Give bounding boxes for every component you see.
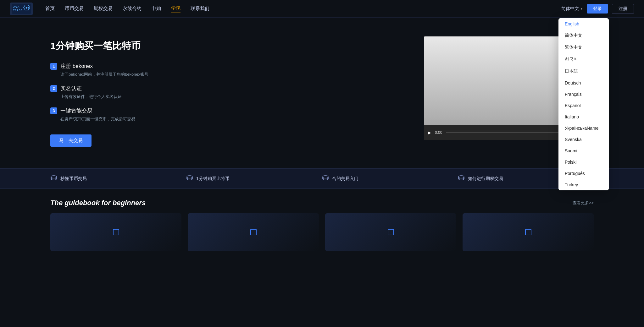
lang-option-polish[interactable]: Polski	[558, 156, 609, 168]
guide-card-2[interactable]	[188, 213, 319, 251]
lang-option-finnish[interactable]: Suomi	[558, 145, 609, 156]
step-3: 3 一键智能交易 在资产/充币页面一键充币，完成后可交易	[50, 107, 405, 122]
hero-left: 1分钟购买一笔比特币 1 注册 bekonex 访问bekonex网站，并注册属…	[50, 36, 424, 147]
step-3-desc: 在资产/充币页面一键充币，完成后可交易	[60, 116, 405, 122]
trade-now-button[interactable]: 马上去交易	[50, 134, 92, 147]
step-2: 2 实名认证 上传有效证件，进行个人实名认证	[50, 85, 405, 100]
lang-option-simplified-chinese[interactable]: 简体中文	[558, 30, 609, 41]
login-button[interactable]: 登录	[587, 4, 608, 14]
lang-option-french[interactable]: Français	[558, 89, 609, 100]
nav-link-ipo[interactable]: 申购	[152, 4, 161, 13]
guide-title: The guidebook for beginners	[50, 199, 146, 207]
register-button[interactable]: 注册	[612, 4, 634, 14]
nav-right: 简体中文 登录 注册 English 简体中文 繁体中文 한국어 日本語 Deu…	[561, 4, 634, 14]
hero-title: 1分钟购买一笔比特币	[50, 40, 405, 52]
card-image-1	[50, 213, 181, 251]
step-2-desc: 上传有效证件，进行个人实名认证	[60, 94, 405, 100]
lang-option-german[interactable]: Deutsch	[558, 77, 609, 89]
svg-point-8	[458, 176, 464, 178]
tab-options-trading-icon	[458, 174, 465, 183]
card-placeholder-2	[250, 229, 257, 235]
logo-image: AVA TRADE ◆◆	[10, 3, 33, 15]
nav-link-perpetual[interactable]: 永续合约	[123, 4, 142, 13]
step-1-desc: 访问bekonex网站，并注册属于您的bekonex账号	[60, 72, 405, 77]
step-3-header: 3 一键智能交易	[50, 107, 405, 114]
tab-coin-trading-icon	[50, 174, 57, 183]
lang-option-spanish[interactable]: Español	[558, 100, 609, 111]
guide-card-1[interactable]	[50, 213, 181, 251]
step-1: 1 注册 bekonex 访问bekonex网站，并注册属于您的bekonex账…	[50, 63, 405, 77]
step-1-title: 注册 bekonex	[60, 63, 93, 70]
tab-coin-trading[interactable]: 秒懂币币交易	[50, 169, 186, 188]
nav-link-options[interactable]: 期权交易	[94, 4, 113, 13]
svg-text:AVA: AVA	[13, 5, 20, 8]
guide-cards	[50, 213, 594, 251]
step-3-title: 一键智能交易	[60, 107, 92, 114]
tab-coin-trading-label: 秒懂币币交易	[60, 176, 87, 182]
tab-contract-trading-label: 合约交易入门	[332, 176, 358, 182]
logo[interactable]: AVA TRADE ◆◆	[10, 3, 33, 15]
lang-option-portuguese[interactable]: Português	[558, 168, 609, 179]
step-2-title: 实名认证	[60, 85, 82, 92]
tabs-bar: 秒懂币币交易 1分钟购买比特币 合约交易入门	[0, 168, 644, 189]
svg-text:◆◆: ◆◆	[25, 7, 29, 9]
nav-link-contact[interactable]: 联系我们	[191, 4, 209, 13]
card-placeholder-4	[525, 229, 531, 235]
nav-link-academy[interactable]: 学院	[171, 4, 180, 13]
tab-options-trading-label: 如何进行期权交易	[468, 176, 503, 182]
tab-contract-trading-icon	[322, 174, 329, 183]
language-dropdown: English 简体中文 繁体中文 한국어 日本語 Deutsch França…	[558, 18, 609, 190]
progress-bar[interactable]	[446, 132, 564, 133]
card-image-2	[188, 213, 319, 251]
tab-buy-bitcoin-label: 1分钟购买比特币	[196, 176, 230, 182]
guide-more-link[interactable]: 查看更多>>	[573, 200, 594, 206]
video-time: 0:00	[435, 130, 442, 135]
nav-link-coin[interactable]: 币币交易	[65, 4, 84, 13]
nav-link-home[interactable]: 首页	[45, 4, 55, 13]
svg-text:TRADE: TRADE	[13, 9, 22, 11]
card-image-4	[463, 213, 594, 251]
lang-option-turkish[interactable]: Turkey	[558, 179, 609, 190]
step-2-header: 2 实名认证	[50, 85, 405, 92]
play-button[interactable]: ▶	[428, 130, 431, 135]
card-image-3	[325, 213, 456, 251]
hero-section: 1分钟购买一笔比特币 1 注册 bekonex 访问bekonex网站，并注册属…	[0, 18, 644, 168]
guide-card-4[interactable]	[463, 213, 594, 251]
step-2-badge: 2	[50, 85, 57, 92]
svg-point-6	[187, 176, 192, 178]
lang-option-korean[interactable]: 한국어	[558, 53, 609, 65]
navbar: AVA TRADE ◆◆ 首页 币币交易 期权交易 永续合约 申购 学院 联系我…	[0, 0, 644, 18]
guide-card-3[interactable]	[325, 213, 456, 251]
lang-option-japanese[interactable]: 日本語	[558, 65, 609, 77]
tab-buy-bitcoin[interactable]: 1分钟购买比特币	[186, 169, 322, 188]
svg-point-5	[51, 176, 57, 178]
lang-option-english[interactable]: English	[558, 18, 609, 30]
tab-contract-trading[interactable]: 合约交易入门	[322, 169, 458, 188]
card-placeholder-3	[388, 229, 394, 235]
step-3-badge: 3	[50, 107, 57, 114]
step-1-header: 1 注册 bekonex	[50, 63, 405, 70]
lang-option-traditional-chinese[interactable]: 繁体中文	[558, 41, 609, 53]
lang-option-ukrainian[interactable]: УкраїнськаName	[558, 123, 609, 134]
guide-header: The guidebook for beginners 查看更多>>	[50, 199, 594, 207]
language-selector[interactable]: 简体中文	[561, 6, 583, 12]
lang-option-italian[interactable]: Italiano	[558, 111, 609, 123]
nav-links: 首页 币币交易 期权交易 永续合约 申购 学院 联系我们	[45, 4, 561, 13]
svg-point-7	[323, 176, 328, 178]
card-placeholder-1	[113, 229, 119, 235]
lang-option-swedish[interactable]: Svenska	[558, 134, 609, 145]
step-1-badge: 1	[50, 63, 57, 70]
guidebook-section: The guidebook for beginners 查看更多>>	[0, 189, 644, 264]
tab-buy-bitcoin-icon	[186, 174, 193, 183]
